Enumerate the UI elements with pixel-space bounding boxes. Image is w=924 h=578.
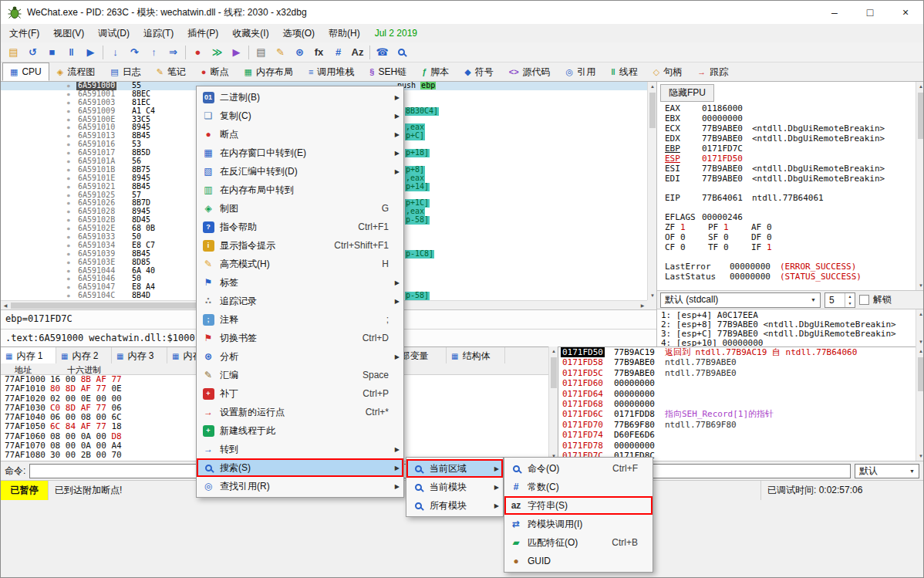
menu-item-goto-in-disassembly[interactable]: ▧在反汇编中转到(D)▶ <box>197 162 403 181</box>
stack-row[interactable]: 0171FD5077B9AC19返回到 ntdll.77B9AC19 自 ntd… <box>558 347 916 357</box>
open-file-icon[interactable]: ▤ <box>4 44 23 61</box>
scroll-thumb[interactable] <box>551 357 557 388</box>
menu-item-all-modules[interactable]: 所有模块▶ <box>406 496 503 515</box>
run-icon[interactable]: ▶ <box>81 44 100 61</box>
register-row[interactable]: EDX77B9ABE0<ntdll.DbgUiRemoteBreakin> <box>665 134 914 144</box>
tab-graph[interactable]: ◈流程图 <box>49 63 103 81</box>
restart-icon[interactable]: ↺ <box>23 44 42 61</box>
breakpoint-dot-icon[interactable]: ● <box>67 292 70 300</box>
dump-tab-struct[interactable]: ▦结构体 <box>447 347 505 364</box>
close-button[interactable]: × <box>888 1 923 24</box>
stack-view[interactable]: 0171FD5077B9AC19返回到 ntdll.77B9AC19 自 ntd… <box>558 346 916 461</box>
register-row[interactable]: EAX01186000 <box>665 103 914 113</box>
arguments-scrollbar[interactable]: ▲ ▼ <box>916 309 924 346</box>
menu-item-instruction-help[interactable]: ?指令帮助Ctrl+F1 <box>197 218 403 236</box>
spinner-arrows-icon[interactable]: ▲▼ <box>845 293 855 307</box>
scroll-thumb[interactable] <box>918 93 924 139</box>
tab-symbols[interactable]: ◆符号 <box>457 63 501 81</box>
breakpoint-dot-icon[interactable]: ● <box>67 174 70 183</box>
tab-source[interactable]: <>源代码 <box>501 63 558 81</box>
tab-references[interactable]: ◎引用 <box>558 63 604 81</box>
tab-trace[interactable]: →跟踪 <box>690 63 736 81</box>
stack-row[interactable]: 0171FD74D60FE6D6 <box>558 430 916 440</box>
menu-item-set-new-origin[interactable]: →设置新的运行点Ctrl+* <box>197 403 403 421</box>
scroll-up-icon[interactable]: ▲ <box>916 346 924 356</box>
breakpoint-dot-icon[interactable]: ● <box>67 183 70 191</box>
breakpoint-dot-icon[interactable]: ● <box>67 82 70 90</box>
stack-row[interactable]: 0171FD6C0171FDD8指向SEH_Record[1]的指针 <box>558 409 916 419</box>
menu-item-patch[interactable]: +补丁Ctrl+P <box>197 384 403 403</box>
dump-tab-memory-1[interactable]: ▦内存 1 <box>1 347 56 364</box>
stack-row[interactable]: 0171FD6400000000 <box>558 389 916 399</box>
menu-item-graph[interactable]: ◈制图G <box>197 199 403 218</box>
stop-icon[interactable]: ■ <box>42 44 62 61</box>
menu-item-guid[interactable]: ●GUID <box>504 552 653 570</box>
breakpoint-dot-icon[interactable]: ● <box>67 199 70 208</box>
menu-item-create-new-thread-here[interactable]: +新建线程于此 <box>197 421 403 440</box>
stack-scrollbar[interactable]: ▲ ▼ <box>916 346 924 461</box>
breakpoint-dot-icon[interactable]: ● <box>67 216 70 225</box>
menu-item-trace-record[interactable]: ∴追踪记录▶ <box>197 292 403 310</box>
tab-memory-map[interactable]: ▦内存布局 <box>237 63 301 81</box>
menu-item-comment[interactable]: ;注释; <box>197 310 403 329</box>
step-into-icon[interactable]: ↓ <box>106 44 125 61</box>
breakpoint-dot-icon[interactable]: ● <box>67 132 70 140</box>
settings-icon[interactable]: ⊛ <box>290 44 309 61</box>
menu-item[interactable]: 插件(P) <box>180 24 225 43</box>
register-row[interactable]: OF 0SF 0DF 0 <box>665 232 914 242</box>
breakpoint-dot-icon[interactable]: ● <box>67 166 70 174</box>
tab-handles[interactable]: ◇句柄 <box>646 63 690 81</box>
breakpoint-dot-icon[interactable]: ● <box>67 242 70 250</box>
menu-item-toggle-bookmark[interactable]: ⚑切换书签Ctrl+D <box>197 329 403 347</box>
breakpoint-dot-icon[interactable]: ● <box>67 157 70 166</box>
menu-item-goto-in-memory-window[interactable]: ▦在内存窗口中转到(E)▶ <box>197 144 403 162</box>
breakpoint-dot-icon[interactable]: ● <box>67 275 70 283</box>
disasm-vertical-scrollbar[interactable]: ▲ ▼ <box>647 82 656 300</box>
stack-row[interactable]: 0171FD6800000000 <box>558 399 916 409</box>
tab-seh[interactable]: §SEH链 <box>362 63 414 81</box>
menu-item[interactable]: 选项(O) <box>276 24 322 43</box>
register-row[interactable]: LastError00000000(ERROR_SUCCESS) <box>665 262 914 272</box>
tab-script[interactable]: ƒ脚本 <box>414 63 457 81</box>
tab-notes[interactable]: ✎笔记 <box>149 63 194 81</box>
breakpoint-dot-icon[interactable]: ● <box>67 208 70 216</box>
register-row[interactable]: ESI77B9ABE0<ntdll.DbgUiRemoteBreakin> <box>665 164 914 174</box>
notes-icon[interactable]: ✎ <box>271 44 290 61</box>
trace-into-icon[interactable]: ≫ <box>207 44 227 61</box>
dump-scrollbar[interactable]: ▲ ▼ <box>548 346 558 461</box>
stack-row[interactable]: 0171FD5877B9ABE0ntdll.77B9ABE0 <box>558 357 916 367</box>
menu-item[interactable]: 帮助(H) <box>322 24 367 43</box>
menu-item[interactable]: 追踪(T) <box>137 24 180 43</box>
stack-row[interactable]: 0171FD6000000000 <box>558 378 916 388</box>
animate-icon[interactable]: ▶ <box>227 44 246 61</box>
menu-item-command[interactable]: 命令(O)Ctrl+F <box>504 459 653 478</box>
phone-icon[interactable]: ☎ <box>373 44 392 61</box>
menu-item-assemble[interactable]: ✎汇编Space <box>197 366 403 384</box>
breakpoint-dot-icon[interactable]: ● <box>67 90 70 99</box>
registers-scrollbar[interactable]: ▲ ▼ <box>916 82 924 290</box>
breakpoint-dot-icon[interactable]: ● <box>67 250 70 259</box>
menu-item[interactable]: 文件(F) <box>2 24 46 43</box>
calling-convention-select[interactable]: 默认 (stdcall) ▼ <box>660 292 821 308</box>
argument-row[interactable]: 4: [esp+10] 00000000 <box>661 339 914 346</box>
menu-item-copy[interactable]: ❏复制(C)▶ <box>197 106 403 125</box>
breakpoint-dot-icon[interactable]: ● <box>67 140 70 149</box>
menu-item-label[interactable]: ⚑标签▶ <box>197 273 403 292</box>
register-row[interactable]: ECX77B9ABE0<ntdll.DbgUiRemoteBreakin> <box>665 123 914 134</box>
register-row[interactable]: ESP0171FD50 <box>665 154 914 164</box>
breakpoint-dot-icon[interactable]: ● <box>67 259 70 267</box>
breakpoint-icon[interactable]: ● <box>188 44 207 61</box>
menu-item-current-region[interactable]: 当前区域▶ <box>406 459 503 478</box>
breakpoint-dot-icon[interactable]: ● <box>67 149 70 157</box>
menu-item-show-mnemonic-brief[interactable]: i显示指令提示Ctrl+Shift+F1 <box>197 236 403 255</box>
argument-depth-spinner[interactable]: 5 ▲▼ <box>825 292 855 308</box>
breakpoint-dot-icon[interactable]: ● <box>67 283 70 292</box>
calculator-icon[interactable]: fx <box>309 44 329 61</box>
dump-tab-memory-3[interactable]: ▦内存 3 <box>112 347 167 364</box>
register-row[interactable]: LastStatus00000000(STATUS_SUCCESS) <box>665 272 914 282</box>
step-over-icon[interactable]: ↷ <box>125 44 144 61</box>
dump-tab-memory-2[interactable]: ▦内存 2 <box>56 347 112 364</box>
breakpoint-dot-icon[interactable]: ● <box>67 123 70 132</box>
tab-breakpoints[interactable]: ●断点 <box>194 63 237 81</box>
breakpoint-dot-icon[interactable]: ● <box>67 191 70 200</box>
